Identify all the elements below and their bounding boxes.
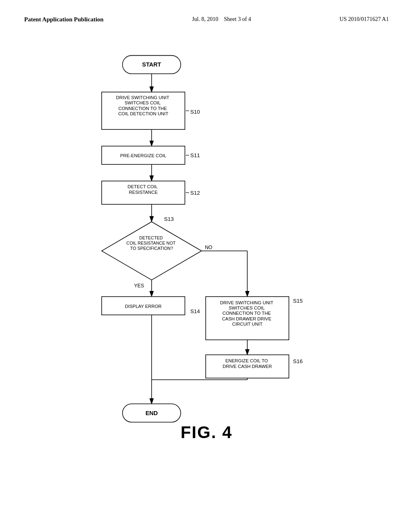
publication-date: Jul. 8, 2010: [192, 16, 218, 22]
diagram-container: START DRIVE SWITCHING UNIT SWITCHES COIL…: [0, 23, 413, 466]
s10-label: DRIVE SWITCHING UNIT SWITCHES COIL CONNE…: [116, 95, 171, 116]
s16-step: S16: [293, 358, 303, 364]
patent-number: US 2010/0171627 A1: [340, 16, 389, 23]
no-label: NO: [205, 245, 213, 250]
s12-step: S12: [190, 190, 200, 196]
s15-step: S15: [293, 298, 303, 304]
header-center: Jul. 8, 2010 Sheet 3 of 4: [192, 16, 251, 23]
s11-label: PRE-ENERGIZE COIL: [120, 153, 167, 158]
s14-step: S14: [190, 308, 200, 314]
s13-step: S13: [164, 216, 174, 222]
figure-label: FIG. 4: [181, 423, 233, 442]
s11-step: S11: [190, 152, 200, 158]
end-label: END: [146, 410, 158, 416]
flowchart-svg: START DRIVE SWITCHING UNIT SWITCHES COIL…: [32, 47, 379, 442]
sheet-info: Sheet 3 of 4: [224, 16, 251, 22]
s14-label: DISPLAY ERROR: [125, 304, 162, 309]
publication-title: Patent Application Publication: [24, 16, 104, 23]
s10-step: S10: [190, 109, 200, 115]
yes-label: YES: [134, 283, 144, 289]
start-label: START: [142, 61, 161, 68]
svg-marker-12: [102, 222, 202, 280]
page-header: Patent Application Publication Jul. 8, 2…: [0, 0, 413, 23]
